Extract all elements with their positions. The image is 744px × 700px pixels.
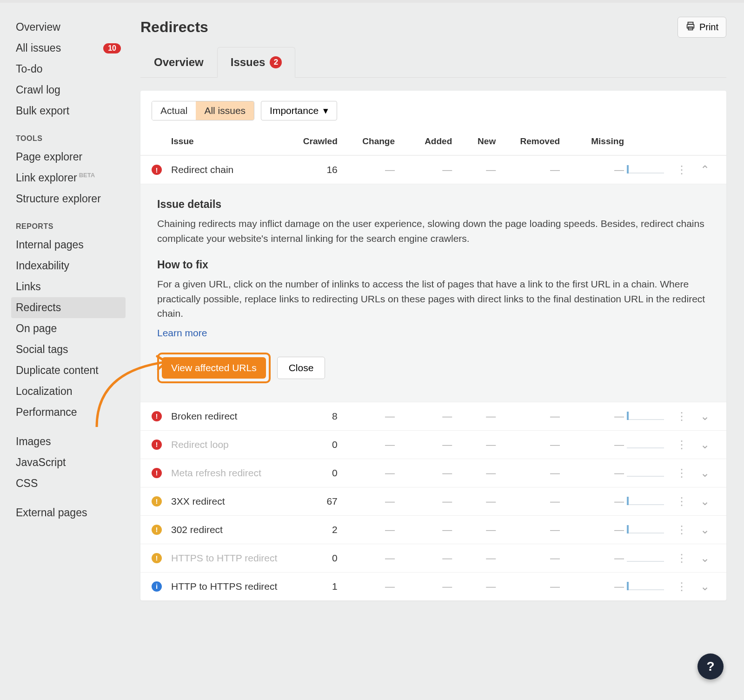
more-icon[interactable]: ⋮ [671, 580, 692, 593]
crawled-value: 67 [283, 496, 338, 507]
chevron-down-icon[interactable]: ⌄ [695, 410, 715, 423]
added-value: — [398, 411, 452, 422]
filter-actual[interactable]: Actual [152, 101, 196, 120]
learn-more-link[interactable]: Learn more [157, 327, 207, 338]
issue-row[interactable]: !Broken redirect8—————⋮⌄ [140, 402, 726, 430]
sidebar-item-images[interactable]: Images [11, 431, 126, 452]
more-icon[interactable]: ⋮ [671, 163, 692, 176]
tab-overview[interactable]: Overview [140, 47, 217, 78]
chevron-down-icon[interactable]: ⌄ [695, 495, 715, 508]
issue-name: Redirect loop [171, 439, 280, 450]
issue-row[interactable]: !HTTPS to HTTP redirect0—————⋮⌄ [140, 544, 726, 572]
view-btn-highlight: View affected URLs [157, 353, 271, 383]
chevron-down-icon[interactable]: ⌄ [695, 467, 715, 480]
close-button[interactable]: Close [277, 357, 326, 379]
print-button[interactable]: Print [678, 17, 726, 38]
sidebar-item-bulk-export[interactable]: Bulk export [11, 100, 126, 121]
added-value: — [398, 439, 452, 450]
sidebar-item-localization[interactable]: Localization [11, 381, 126, 402]
issue-row[interactable]: !Redirect chain16—————⋮⌃ [140, 155, 726, 184]
filter-segment: Actual All issues [152, 101, 254, 120]
sidebar-item-indexability[interactable]: Indexability [11, 255, 126, 276]
sidebar-item-label: Redirects [16, 301, 61, 314]
tabs: Overview Issues 2 [140, 47, 726, 78]
removed-value: — [498, 164, 560, 175]
sidebar-item-all-issues[interactable]: All issues10 [11, 38, 126, 59]
tab-issues[interactable]: Issues 2 [217, 47, 296, 78]
sidebar-item-performance[interactable]: Performance [11, 402, 126, 423]
sparkline [627, 552, 669, 565]
more-icon[interactable]: ⋮ [671, 495, 692, 508]
new-value: — [455, 164, 496, 175]
missing-value: — [563, 553, 624, 564]
added-value: — [398, 553, 452, 564]
more-icon[interactable]: ⋮ [671, 438, 692, 451]
chevron-down-icon[interactable]: ⌄ [695, 523, 715, 536]
help-button[interactable]: ? [698, 653, 724, 680]
issue-row[interactable]: iHTTP to HTTPS redirect1—————⋮⌄ [140, 572, 726, 600]
sidebar-item-page-explorer[interactable]: Page explorer [11, 147, 126, 167]
change-value: — [340, 581, 395, 592]
col-removed: Removed [498, 136, 560, 147]
warn-icon: ! [152, 553, 162, 563]
info-icon: i [152, 581, 162, 592]
sidebar-item-label: All issues [16, 42, 61, 54]
sidebar-item-internal-pages[interactable]: Internal pages [11, 234, 126, 255]
issue-row[interactable]: !Redirect loop0—————⋮⌄ [140, 430, 726, 459]
print-label: Print [699, 22, 718, 33]
sidebar-item-external-pages[interactable]: External pages [11, 502, 126, 523]
added-value: — [398, 496, 452, 507]
issue-name: 3XX redirect [171, 496, 280, 507]
missing-value: — [563, 467, 624, 479]
chevron-down-icon: ▾ [323, 105, 328, 116]
issue-row[interactable]: !3XX redirect67—————⋮⌄ [140, 487, 726, 515]
warn-icon: ! [152, 496, 162, 507]
crawled-value: 0 [283, 467, 338, 479]
more-icon[interactable]: ⋮ [671, 523, 692, 536]
sparkline [627, 580, 669, 593]
more-icon[interactable]: ⋮ [671, 467, 692, 480]
missing-value: — [563, 524, 624, 535]
importance-dropdown[interactable]: Importance ▾ [261, 101, 337, 120]
sparkline [627, 523, 669, 536]
added-value: — [398, 524, 452, 535]
chevron-down-icon[interactable]: ⌄ [695, 438, 715, 451]
issue-name: HTTP to HTTPS redirect [171, 581, 280, 592]
change-value: — [340, 496, 395, 507]
issue-row[interactable]: !302 redirect2—————⋮⌄ [140, 515, 726, 544]
sidebar-item-duplicate-content[interactable]: Duplicate content [11, 360, 126, 381]
sidebar-item-label: CSS [16, 477, 38, 490]
chevron-down-icon[interactable]: ⌄ [695, 552, 715, 565]
section-reports: REPORTS [16, 222, 121, 231]
filter-all-issues[interactable]: All issues [196, 101, 254, 120]
sidebar-item-overview[interactable]: Overview [11, 17, 126, 38]
sidebar-item-javascript[interactable]: JavaScript [11, 452, 126, 473]
sparkline [627, 410, 669, 423]
sidebar-item-link-explorer[interactable]: Link explorerBETA [11, 167, 126, 188]
sidebar-item-css[interactable]: CSS [11, 473, 126, 494]
missing-value: — [563, 164, 624, 175]
page-title: Redirects [140, 19, 208, 36]
crawled-value: 16 [283, 164, 338, 175]
col-added: Added [398, 136, 452, 147]
chevron-up-icon[interactable]: ⌃ [695, 163, 715, 176]
sidebar-item-label: Performance [16, 406, 77, 419]
new-value: — [455, 524, 496, 535]
issue-row[interactable]: !Meta refresh redirect0—————⋮⌄ [140, 459, 726, 487]
sidebar-item-links[interactable]: Links [11, 276, 126, 297]
view-affected-urls-button[interactable]: View affected URLs [162, 357, 266, 379]
change-value: — [340, 164, 395, 175]
more-icon[interactable]: ⋮ [671, 410, 692, 423]
issue-detail-panel: Issue details Chaining redirects may inf… [140, 184, 726, 402]
sidebar-item-on-page[interactable]: On page [11, 318, 126, 339]
sidebar-item-structure-explorer[interactable]: Structure explorer [11, 188, 126, 209]
sidebar-item-crawl-log[interactable]: Crawl log [11, 80, 126, 100]
col-new: New [455, 136, 496, 147]
sidebar-item-social-tags[interactable]: Social tags [11, 339, 126, 360]
chevron-down-icon[interactable]: ⌄ [695, 580, 715, 593]
sidebar-item-to-do[interactable]: To-do [11, 59, 126, 80]
col-change: Change [340, 136, 395, 147]
more-icon[interactable]: ⋮ [671, 552, 692, 565]
warn-icon: ! [152, 525, 162, 535]
sidebar-item-redirects[interactable]: Redirects [11, 297, 126, 318]
